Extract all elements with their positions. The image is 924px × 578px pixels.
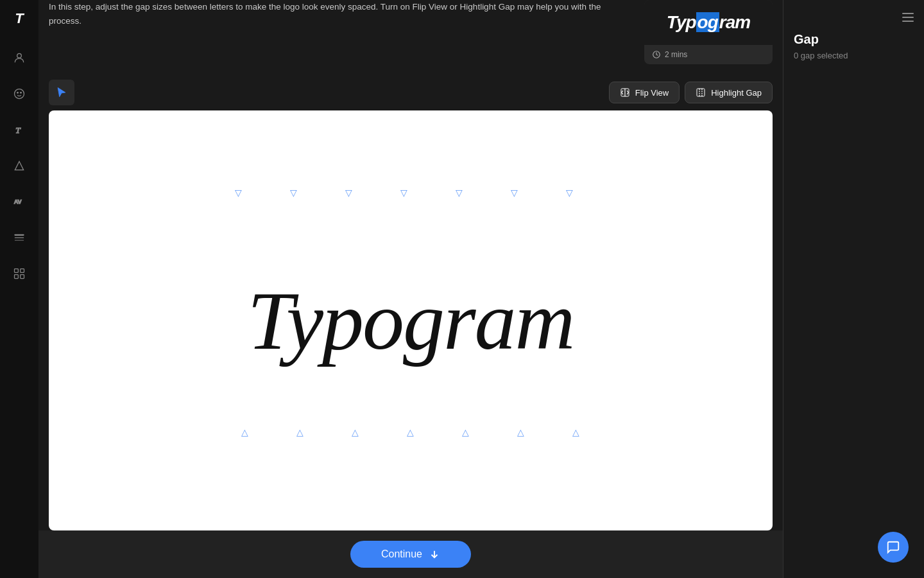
preview-thumbnail: Typogram xyxy=(644,0,773,45)
svg-rect-12 xyxy=(21,275,24,279)
flip-view-icon xyxy=(620,87,630,98)
spacing-icon: AV xyxy=(13,195,26,208)
bottom-bar: Continue xyxy=(38,530,783,578)
svg-text:T: T xyxy=(15,125,21,135)
canvas[interactable]: ▽ ▽ ▽ ▽ ▽ ▽ ▽ Typogram △ △ △ △ △ △ △ xyxy=(49,110,773,530)
text-icon: T xyxy=(13,123,26,136)
gap-marker-bottom-5[interactable]: △ xyxy=(462,427,469,437)
svg-rect-9 xyxy=(15,269,19,273)
chat-icon xyxy=(886,540,900,554)
toolbar: Flip View Highlight Gap xyxy=(38,74,783,110)
preview-card: Typogram 2 mins xyxy=(644,0,773,64)
right-panel-subtitle: 0 gap selected xyxy=(794,51,914,60)
highlight-gap-icon xyxy=(696,87,706,98)
svg-rect-16 xyxy=(697,89,705,96)
sidebar-item-face[interactable] xyxy=(9,83,30,104)
svg-point-3 xyxy=(21,92,22,94)
canvas-logo: Typogram xyxy=(248,272,574,369)
instruction-area: In this step, adjust the gap sizes betwe… xyxy=(38,0,783,74)
sidebar-item-user[interactable] xyxy=(9,48,30,68)
gap-marker-top-5[interactable]: ▽ xyxy=(456,188,463,198)
highlight-gap-label: Highlight Gap xyxy=(711,88,762,98)
gap-markers-top: ▽ ▽ ▽ ▽ ▽ ▽ ▽ xyxy=(235,188,573,198)
preview-logo-before: Typ xyxy=(667,12,696,32)
continue-button[interactable]: Continue xyxy=(350,541,471,568)
continue-label: Continue xyxy=(381,548,422,560)
shape-icon xyxy=(13,159,26,172)
gap-marker-bottom-6[interactable]: △ xyxy=(517,427,524,437)
svg-point-2 xyxy=(17,92,19,94)
gap-markers-bottom: △ △ △ △ △ △ △ xyxy=(241,427,579,437)
chat-bubble-button[interactable] xyxy=(878,532,909,563)
sidebar: T T AV xyxy=(0,0,38,578)
preview-logo: Typogram xyxy=(667,12,750,33)
continue-arrow-icon xyxy=(429,548,440,560)
gap-marker-bottom-7[interactable]: △ xyxy=(572,427,579,437)
svg-text:AV: AV xyxy=(14,198,22,205)
gap-marker-top-3[interactable]: ▽ xyxy=(345,188,352,198)
right-panel-header xyxy=(794,13,914,22)
instruction-body: In this step, adjust the gap sizes betwe… xyxy=(49,0,634,28)
preview-duration: 2 mins xyxy=(665,50,687,59)
canvas-wrapper: ▽ ▽ ▽ ▽ ▽ ▽ ▽ Typogram △ △ △ △ △ △ △ xyxy=(38,110,783,530)
user-icon xyxy=(13,51,26,64)
cursor-tool-button[interactable] xyxy=(49,80,74,105)
svg-point-1 xyxy=(15,89,24,99)
gap-marker-top-1[interactable]: ▽ xyxy=(235,188,242,198)
svg-rect-11 xyxy=(15,275,19,279)
gap-marker-bottom-2[interactable]: △ xyxy=(296,427,304,437)
sidebar-item-shape[interactable] xyxy=(9,155,30,176)
sidebar-item-spacing[interactable]: AV xyxy=(9,191,30,212)
main-content: In this step, adjust the gap sizes betwe… xyxy=(38,0,783,578)
gap-marker-top-4[interactable]: ▽ xyxy=(400,188,407,198)
instruction-text: In this step, adjust the gap sizes betwe… xyxy=(49,0,634,33)
cursor-icon xyxy=(55,86,68,99)
svg-rect-10 xyxy=(21,269,24,273)
sidebar-item-weight[interactable] xyxy=(9,227,30,248)
preview-meta: 2 mins xyxy=(644,45,773,64)
gap-marker-bottom-3[interactable]: △ xyxy=(352,427,359,437)
right-panel: Gap 0 gap selected xyxy=(783,0,924,578)
gap-marker-top-7[interactable]: ▽ xyxy=(566,188,573,198)
app-logo: T xyxy=(15,10,23,27)
gap-marker-top-6[interactable]: ▽ xyxy=(511,188,518,198)
flip-view-button[interactable]: Flip View xyxy=(609,82,680,103)
sidebar-item-text[interactable]: T xyxy=(9,119,30,140)
face-icon xyxy=(13,87,26,100)
preview-logo-after: ram xyxy=(719,12,750,32)
svg-point-0 xyxy=(17,53,22,58)
preview-logo-highlight: og xyxy=(696,12,719,32)
grid-icon xyxy=(13,267,26,280)
menu-button[interactable] xyxy=(902,13,914,22)
right-panel-title: Gap xyxy=(794,32,914,47)
sidebar-item-grid[interactable] xyxy=(9,263,30,284)
gap-marker-top-2[interactable]: ▽ xyxy=(290,188,297,198)
weight-icon xyxy=(13,231,26,244)
clock-icon xyxy=(652,50,661,59)
gap-marker-bottom-1[interactable]: △ xyxy=(241,427,248,437)
flip-view-label: Flip View xyxy=(635,88,669,98)
highlight-gap-button[interactable]: Highlight Gap xyxy=(685,82,773,103)
gap-marker-bottom-4[interactable]: △ xyxy=(407,427,414,437)
